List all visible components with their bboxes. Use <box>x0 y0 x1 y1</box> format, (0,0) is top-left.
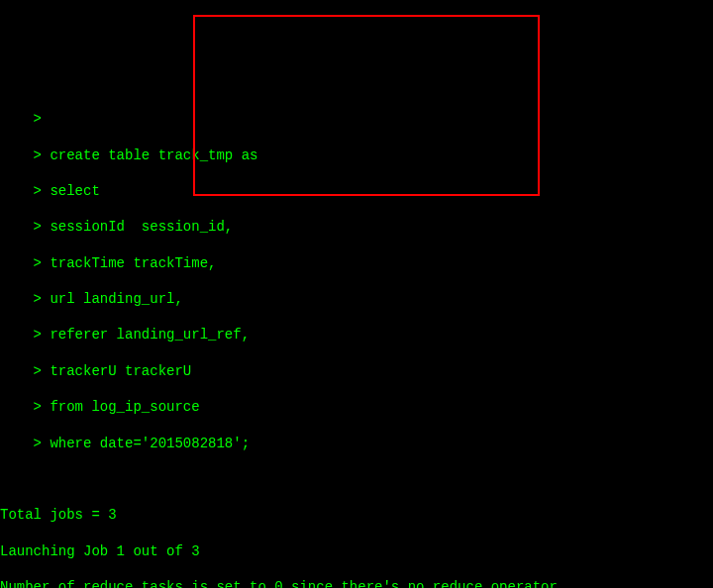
output-line: Total jobs = 3 <box>0 506 713 524</box>
sql-query-block: > > create table track_tmp as > select >… <box>0 92 713 470</box>
prompt-line: > referer landing_url_ref, <box>0 326 713 343</box>
prompt-line: > where date='2015082818'; <box>0 435 713 452</box>
prompt-line: > create table track_tmp as <box>0 147 713 164</box>
prompt-line: > select <box>0 182 713 200</box>
terminal-output[interactable]: > > create table track_tmp as > select >… <box>0 72 713 588</box>
output-line: Launching Job 1 out of 3 <box>0 542 713 560</box>
prompt-line: > sessionId session_id, <box>0 218 713 236</box>
prompt-line: > trackTime trackTime, <box>0 254 713 272</box>
output-line: Number of reduce tasks is set to 0 since… <box>0 578 713 588</box>
prompt-line: > <box>0 110 713 128</box>
job-output-block: Total jobs = 3 Launching Job 1 out of 3 … <box>0 488 713 588</box>
prompt-line: > trackerU trackerU <box>0 362 713 380</box>
prompt-line: > from log_ip_source <box>0 398 713 416</box>
prompt-line: > url landing_url, <box>0 290 713 308</box>
